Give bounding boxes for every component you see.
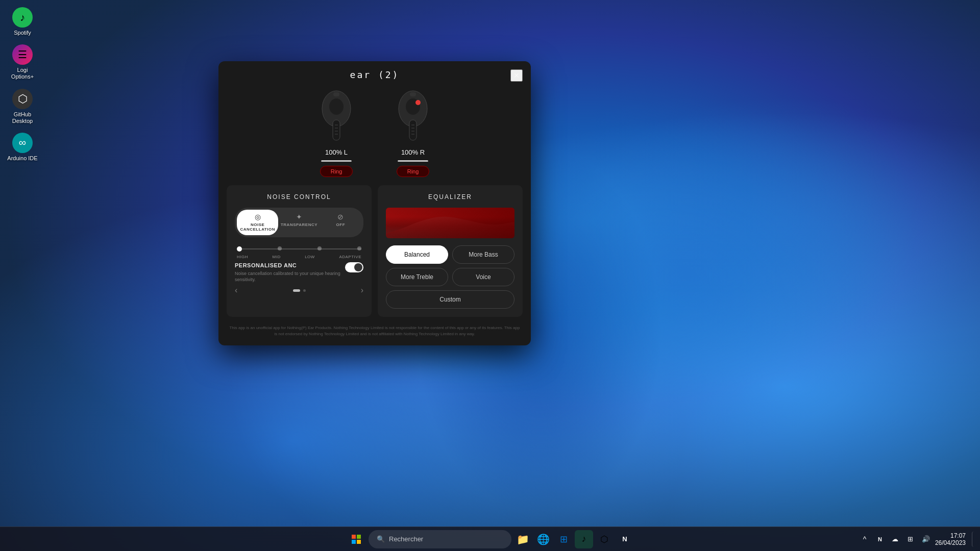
transparency-mode-button[interactable]: ✦ TRANSPARENCY [278,210,320,235]
left-earbud-visual [313,88,359,144]
off-mode-button[interactable]: ⊘ OFF [320,210,361,235]
taskbar-github-tb[interactable]: ⬡ [595,530,614,548]
equalizer-title: EQUALIZER [386,193,514,201]
svg-point-2 [329,98,344,115]
search-bar[interactable]: 🔍 Rechercher [369,530,511,548]
anc-track [237,245,361,253]
personalised-anc-row: PERSONALISED ANC Noise cancellation cali… [235,262,363,283]
show-desktop-button[interactable] [972,532,976,547]
earphones-section: 100% L Ring [218,84,531,185]
anc-dot-mid[interactable] [278,246,282,251]
logi-desktop-icon[interactable]: ☰ LogiOptions+ [4,41,41,83]
spotify-icon: ♪ [12,7,33,28]
taskbar: 🔍 Rechercher 📁 🌐 ⊞ ♪ ⬡ N ^ N ☁ ⊞ 🔊 17:07… [0,527,980,551]
windows-icon [352,535,361,544]
anc-icon: ◎ [255,213,261,221]
anc-label-high: HIGH [237,255,248,259]
spotify-label: Spotify [14,30,31,36]
nav-dot-2[interactable] [303,289,306,292]
svg-rect-19 [352,540,356,544]
cloud-icon[interactable]: ☁ [888,532,902,546]
logi-icon: ☰ [12,44,33,65]
left-battery-fill [321,160,352,162]
arduino-icon: ∞ [12,133,33,153]
personalised-anc-description: Noise cancellation calibrated to your un… [235,270,341,283]
start-button[interactable] [346,529,366,549]
svg-rect-9 [409,120,416,140]
system-tray: ^ N ☁ ⊞ 🔊 [857,532,933,546]
eq-more-treble-button[interactable]: More Treble [386,268,448,286]
dialog-titlebar: ear (2) × [218,61,531,84]
taskbar-nothing-tb[interactable]: N [616,530,634,548]
app-title: ear (2) [350,69,400,80]
svg-rect-17 [352,535,356,539]
network-icon[interactable]: ⊞ [903,532,918,546]
anc-label-low: LOW [305,255,315,259]
anc-dot-high[interactable] [237,246,242,252]
left-earbud-item: 100% L Ring [313,88,359,177]
clock-area[interactable]: 17:07 26/04/2023 [935,532,970,546]
left-battery-bar [321,160,352,162]
transparency-label: TRANSPARENCY [281,223,317,228]
equalizer-panel: EQUALIZER Balanced More Bass Mor [378,185,523,317]
anc-level-container: HIGH MID LOW ADAPTIVE [235,245,363,259]
nav-right-arrow[interactable]: › [361,286,363,295]
svg-point-12 [415,100,421,105]
nav-dot-1[interactable] [293,289,300,292]
right-earbud-visual [390,88,436,144]
nav-left-arrow[interactable]: ‹ [235,286,237,295]
anc-label-mid: MID [273,255,281,259]
anc-dot-low[interactable] [317,246,322,251]
svg-rect-1 [333,120,340,140]
eq-voice-button[interactable]: Voice [452,268,514,286]
left-ring-button[interactable]: Ring [320,166,353,177]
github-label: GitHubDesktop [12,111,33,124]
taskbar-center: 🔍 Rechercher 📁 🌐 ⊞ ♪ ⬡ N [346,529,634,549]
panels-row: NOISE CONTROL ◎ NOISECANCELLATION ✦ TRAN… [218,185,531,317]
svg-rect-18 [357,535,361,539]
transparency-icon: ✦ [296,213,302,221]
personalised-anc-text: PERSONALISED ANC Noise cancellation cali… [235,262,341,283]
anc-dot-adaptive[interactable] [357,246,361,251]
left-battery-label: 100% L [325,148,348,156]
right-battery-bar [398,160,428,162]
anc-mode-button[interactable]: ◎ NOISECANCELLATION [237,210,278,235]
taskbar-explorer[interactable]: 📁 [513,530,532,548]
personalised-anc-toggle[interactable] [345,262,363,272]
search-icon: 🔍 [377,535,385,543]
eq-more-bass-button[interactable]: More Bass [452,245,514,264]
noise-mode-buttons: ◎ NOISECANCELLATION ✦ TRANSPARENCY ⊘ OFF [235,208,363,237]
right-earbud-svg [390,88,436,144]
dialog-footer: This app is an unofficial app for Nothin… [218,321,531,341]
spotify-desktop-icon[interactable]: ♪ Spotify [4,4,41,39]
eq-buttons: Balanced More Bass More Treble Voice Cus… [386,245,514,309]
github-icon: ⬡ [12,89,33,109]
close-button[interactable]: × [510,69,523,82]
right-ring-button[interactable]: Ring [397,166,430,177]
speaker-icon[interactable]: 🔊 [919,532,933,546]
off-label: OFF [336,223,346,228]
off-icon: ⊘ [337,213,344,221]
arduino-desktop-icon[interactable]: ∞ Arduino IDE [4,130,41,165]
desktop-icons: ♪ Spotify ☰ LogiOptions+ ⬡ GitHubDesktop… [4,4,41,165]
taskbar-spotify-tb[interactable]: ♪ [575,530,593,548]
nothing-tray-icon[interactable]: N [873,532,887,546]
right-earbud-item: 100% R Ring [390,88,436,177]
chevron-up-icon[interactable]: ^ [857,532,872,546]
search-text: Rechercher [389,535,423,543]
right-battery-fill [398,160,428,162]
github-desktop-icon[interactable]: ⬡ GitHubDesktop [4,86,41,128]
left-earbud-svg [313,88,359,144]
toggle-knob [354,263,362,271]
nav-dots [293,289,306,292]
taskbar-store[interactable]: ⊞ [554,530,573,548]
taskbar-edge[interactable]: 🌐 [534,530,552,548]
anc-labels-row: HIGH MID LOW ADAPTIVE [237,255,361,259]
eq-visual [386,208,514,238]
clock-date: 26/04/2023 [935,539,966,546]
eq-custom-button[interactable]: Custom [386,290,514,309]
taskbar-right: ^ N ☁ ⊞ 🔊 17:07 26/04/2023 [857,532,980,547]
personalised-anc-title: PERSONALISED ANC [235,262,341,268]
eq-balanced-button[interactable]: Balanced [386,245,448,264]
anc-label-adaptive: ADAPTIVE [339,255,361,259]
